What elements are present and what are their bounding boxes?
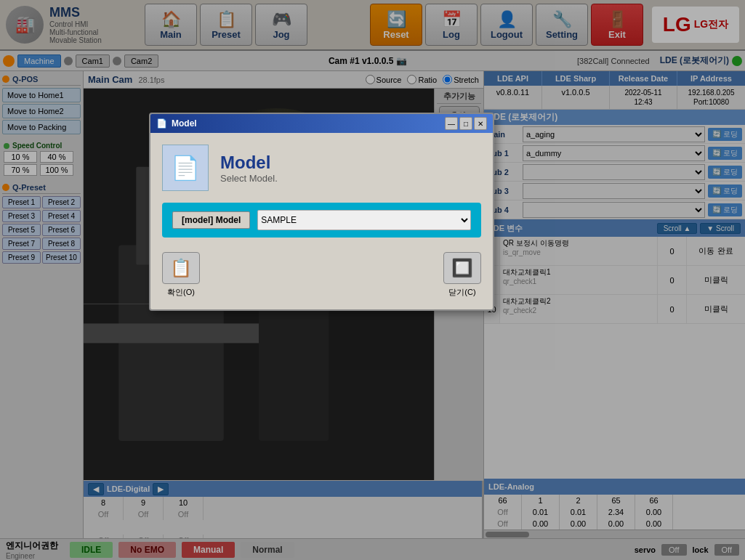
modal-body: 📄 Model Select Model. [model] Model SAMP… [150, 133, 493, 309]
confirm-btn-group[interactable]: 📋 확인(O) [162, 252, 200, 298]
modal-info: Model Select Model. [220, 153, 278, 184]
modal-titlebar: 📄 Model — □ ✕ [150, 114, 493, 133]
model-label-btn[interactable]: [model] Model [172, 211, 250, 229]
modal-content-area: [model] Model SAMPLE [162, 203, 481, 238]
modal-overlay: 📄 Model — □ ✕ 📄 Model Select Model. [mod [0, 0, 745, 560]
model-dropdown[interactable]: SAMPLE [257, 210, 471, 230]
modal-icon-box: 📄 [162, 145, 209, 191]
modal-close-btn[interactable]: ✕ [474, 117, 487, 130]
cancel-btn-icon: 🔲 [443, 252, 481, 284]
modal-subtitle: Select Model. [220, 173, 278, 184]
modal-maximize-btn[interactable]: □ [459, 117, 472, 130]
cancel-btn-group[interactable]: 🔲 닫기(C) [443, 252, 481, 298]
modal-title-group: 📄 Model [156, 118, 197, 129]
modal-header-section: 📄 Model Select Model. [162, 145, 481, 191]
modal-title-text: Model [172, 118, 197, 129]
confirm-btn-icon: 📋 [162, 252, 200, 284]
modal-window-controls: — □ ✕ [445, 117, 487, 130]
cancel-btn-label: 닫기(C) [448, 287, 475, 298]
modal-minimize-btn[interactable]: — [445, 117, 458, 130]
confirm-btn-label: 확인(O) [167, 287, 195, 298]
modal-title-icon: 📄 [156, 118, 167, 129]
modal-window: 📄 Model — □ ✕ 📄 Model Select Model. [mod [149, 113, 494, 311]
modal-main-title: Model [220, 153, 278, 173]
modal-footer: 📋 확인(O) 🔲 닫기(C) [162, 249, 481, 298]
